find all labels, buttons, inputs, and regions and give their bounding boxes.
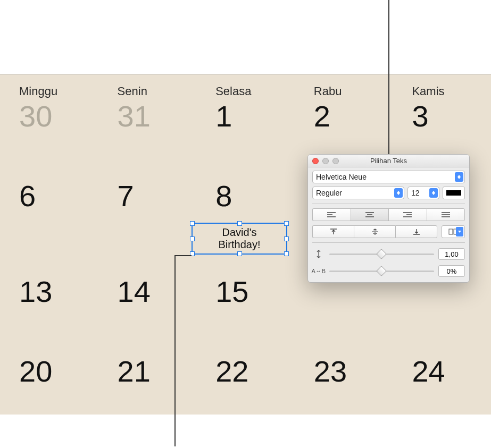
- align-justify-icon: [441, 212, 451, 218]
- day-header: Senin: [98, 75, 197, 98]
- callout-line: [174, 255, 176, 446]
- day-number[interactable]: 23: [295, 357, 393, 386]
- callout-line: [174, 255, 192, 256]
- day-number[interactable]: 1: [196, 102, 295, 131]
- callout-line: [388, 0, 389, 154]
- valign-middle-icon: [371, 228, 379, 235]
- calendar-row: 30 31 1 2 3: [0, 102, 491, 131]
- valign-bottom-button[interactable]: [395, 225, 437, 238]
- align-center-button[interactable]: [351, 208, 389, 221]
- day-header: Minggu: [0, 75, 98, 98]
- align-left-icon: [327, 212, 336, 218]
- day-number[interactable]: 20: [0, 357, 98, 386]
- selection-handle[interactable]: [190, 221, 195, 226]
- text-options-panel[interactable]: Pilihan Teks Helvetica Neue Reguler 12: [307, 154, 470, 283]
- stepper-icon[interactable]: [394, 188, 403, 198]
- char-spacing-slider[interactable]: [329, 267, 434, 275]
- font-style-value: Reguler: [316, 189, 342, 197]
- day-number[interactable]: 8: [196, 181, 295, 211]
- event-text: David's Birthday!: [219, 226, 261, 251]
- valign-top-button[interactable]: [312, 225, 354, 238]
- align-right-icon: [403, 212, 412, 218]
- columns-select[interactable]: [442, 225, 465, 238]
- line-spacing-slider[interactable]: [329, 250, 434, 258]
- window-close-button[interactable]: [312, 158, 319, 164]
- align-justify-button[interactable]: [427, 208, 465, 221]
- line-spacing-icon: [312, 249, 325, 259]
- day-number[interactable]: 21: [98, 357, 197, 386]
- valign-top-icon: [329, 228, 338, 235]
- font-size-value: 12: [411, 189, 420, 197]
- day-header: Selasa: [196, 75, 295, 98]
- line-spacing-value[interactable]: 1,00: [438, 248, 465, 260]
- day-number[interactable]: 30: [0, 102, 98, 131]
- calendar-header-row: Minggu Senin Selasa Rabu Kamis: [0, 75, 491, 98]
- window-minimize-button[interactable]: [322, 158, 329, 164]
- window-zoom-button[interactable]: [332, 158, 339, 164]
- dropdown-caret-icon: [456, 227, 463, 236]
- valign-bottom-icon: [412, 228, 421, 235]
- selection-handle[interactable]: [284, 251, 289, 256]
- align-left-button[interactable]: [312, 208, 351, 221]
- align-center-icon: [365, 212, 375, 218]
- svg-rect-0: [449, 229, 453, 234]
- selection-handle[interactable]: [190, 236, 195, 241]
- day-number[interactable]: 2: [295, 102, 393, 131]
- day-number[interactable]: 14: [98, 277, 197, 307]
- selection-handle[interactable]: [284, 236, 289, 241]
- color-swatch: [446, 190, 461, 196]
- horizontal-align-group: [312, 208, 465, 221]
- day-number[interactable]: 31: [98, 102, 197, 131]
- font-style-select[interactable]: Reguler: [312, 187, 404, 199]
- stepper-icon[interactable]: [429, 188, 438, 198]
- day-number[interactable]: 6: [0, 181, 98, 211]
- day-number[interactable]: 24: [393, 357, 491, 386]
- selection-handle[interactable]: [284, 221, 289, 226]
- day-number[interactable]: 7: [98, 181, 197, 211]
- day-header: Rabu: [295, 75, 393, 98]
- char-spacing-value[interactable]: 0%: [438, 265, 465, 277]
- day-number[interactable]: 15: [196, 277, 295, 307]
- calendar-row: 20 21 22 23 24: [0, 357, 491, 386]
- stepper-icon[interactable]: [455, 172, 463, 182]
- char-spacing-icon: A↔B: [312, 268, 325, 274]
- font-family-select[interactable]: Helvetica Neue: [312, 171, 465, 183]
- vertical-align-group: [312, 225, 437, 238]
- selection-handle[interactable]: [237, 221, 242, 226]
- selection-handle[interactable]: [237, 251, 242, 256]
- day-number[interactable]: 22: [196, 357, 295, 386]
- panel-titlebar[interactable]: Pilihan Teks: [308, 155, 469, 167]
- text-color-well[interactable]: [443, 187, 465, 199]
- day-number[interactable]: 3: [393, 102, 491, 131]
- font-family-value: Helvetica Neue: [316, 173, 367, 181]
- align-right-button[interactable]: [388, 208, 427, 221]
- event-text-box[interactable]: David's Birthday!: [192, 223, 287, 255]
- day-number[interactable]: 13: [0, 277, 98, 307]
- font-size-select[interactable]: 12: [407, 187, 439, 199]
- day-header: Kamis: [393, 75, 491, 98]
- valign-middle-button[interactable]: [354, 225, 395, 238]
